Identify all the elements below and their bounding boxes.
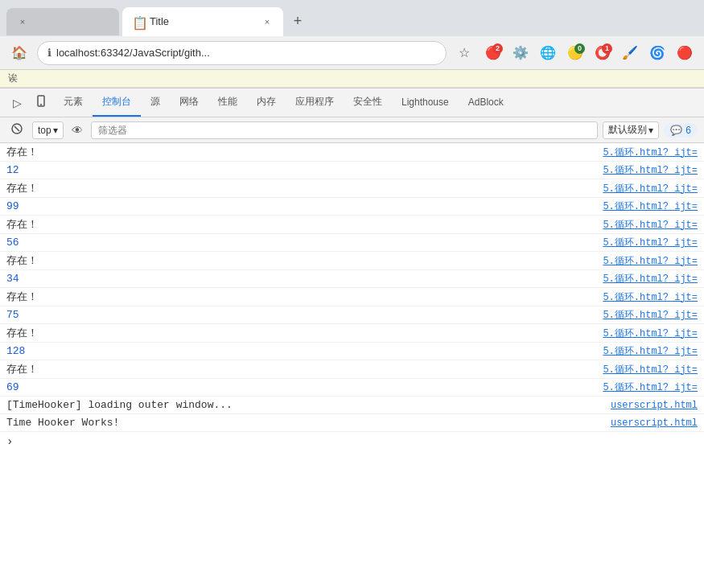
console-text: 75: [6, 309, 603, 321]
extension1-icon[interactable]: 🔴 2: [482, 42, 504, 64]
tab-close-active[interactable]: ×: [261, 15, 274, 28]
console-source[interactable]: userscript.html: [611, 417, 698, 429]
console-source[interactable]: 5.循环.html?_ijt=: [603, 254, 698, 268]
tab-security[interactable]: 安全性: [344, 88, 392, 117]
console-text: 存在！: [6, 181, 603, 195]
tab-memory[interactable]: 内存: [247, 88, 286, 117]
tab-bar: × 📋 Title × +: [0, 0, 704, 36]
address-text: localhost:63342/JavaScript/gith...: [56, 47, 210, 59]
bookmark-icon[interactable]: ☆: [453, 42, 476, 64]
extension1-badge: 2: [492, 43, 503, 54]
console-text: [TimeHooker] loading outer window...: [6, 399, 611, 411]
navigation-bar: 🏠 ℹ localhost:63342/JavaScript/gith... ☆…: [0, 36, 704, 70]
extension7-icon[interactable]: 🌀: [646, 42, 669, 64]
console-text: 存在！: [6, 253, 603, 268]
tab-network[interactable]: 网络: [170, 88, 208, 117]
console-row: 34 5.循环.html?_ijt=: [0, 270, 704, 288]
secure-icon: ℹ: [47, 47, 51, 59]
console-text: 存在！: [6, 290, 603, 304]
console-row: 存在！ 5.循环.html?_ijt=: [0, 179, 704, 198]
context-dropdown-icon: ▾: [53, 125, 58, 136]
context-label: top: [38, 125, 51, 136]
tab-adblock[interactable]: AdBlock: [459, 90, 513, 116]
console-source[interactable]: 5.循环.html?_ijt=: [603, 308, 698, 322]
extension4-icon[interactable]: 🟡 0: [564, 42, 587, 64]
console-row: 存在！ 5.循环.html?_ijt=: [0, 143, 704, 162]
console-source[interactable]: 5.循环.html?_ijt=: [603, 363, 698, 376]
level-selector[interactable]: 默认级别 ▾: [603, 121, 659, 139]
console-source[interactable]: 5.循环.html?_ijt=: [603, 344, 698, 358]
console-text: 12: [6, 164, 603, 176]
message-icon: 💬: [670, 125, 682, 136]
toolbar-icons: 🔴 2 ⚙️ 🌐 🟡 0 ⭕ 1 🖌️ 🌀: [482, 42, 696, 64]
console-text: 69: [6, 381, 603, 393]
home-icon[interactable]: 🏠: [8, 42, 31, 64]
console-output: 存在！ 5.循环.html?_ijt= 12 5.循环.html?_ijt= 存…: [0, 143, 704, 588]
console-prompt-line[interactable]: ›: [0, 432, 704, 451]
console-text: 128: [6, 345, 603, 357]
message-count-badge[interactable]: 💬 6: [664, 123, 698, 138]
tab-active[interactable]: 📋 Title ×: [122, 7, 283, 36]
tab-inspect-mode[interactable]: ▷: [6, 90, 28, 116]
filter-input[interactable]: [91, 121, 599, 139]
tab-favicon: 📋: [132, 15, 145, 28]
console-source[interactable]: 5.循环.html?_ijt=: [603, 290, 698, 304]
tab-console[interactable]: 控制台: [93, 88, 141, 117]
level-label: 默认级别: [608, 123, 647, 137]
console-source[interactable]: userscript.html: [611, 400, 698, 411]
new-tab-button[interactable]: +: [286, 10, 309, 33]
console-toolbar: top ▾ 👁 默认级别 ▾ 💬 6: [0, 117, 704, 143]
console-source[interactable]: 5.循环.html?_ijt=: [603, 380, 698, 394]
console-source[interactable]: 5.循环.html?_ijt=: [603, 199, 698, 213]
console-row: 存在！ 5.循环.html?_ijt=: [0, 216, 704, 234]
console-source[interactable]: 5.循环.html?_ijt=: [603, 182, 698, 195]
console-text: 存在！: [6, 326, 603, 340]
extension3-icon[interactable]: 🌐: [537, 42, 559, 64]
console-source[interactable]: 5.循环.html?_ijt=: [603, 272, 698, 286]
console-text: 56: [6, 236, 603, 249]
tab-sources[interactable]: 源: [141, 88, 170, 117]
console-text: Time Hooker Works!: [6, 417, 611, 429]
tab-inactive[interactable]: ×: [6, 8, 119, 35]
console-text: 存在！: [6, 362, 603, 376]
console-row: 12 5.循环.html?_ijt=: [0, 162, 704, 179]
console-text: 34: [6, 273, 603, 285]
tab-application[interactable]: 应用程序: [286, 88, 344, 117]
console-row: 存在！ 5.循环.html?_ijt=: [0, 252, 704, 270]
console-source[interactable]: 5.循环.html?_ijt=: [603, 146, 698, 159]
tab-device-mode[interactable]: [28, 88, 54, 117]
console-source[interactable]: 5.循环.html?_ijt=: [603, 163, 698, 177]
extension2-icon[interactable]: ⚙️: [509, 42, 532, 64]
page-hint-bar: 诶: [0, 70, 704, 88]
level-dropdown-icon: ▾: [648, 125, 653, 136]
console-row: 存在！ 5.循环.html?_ijt=: [0, 360, 704, 379]
extension6-icon[interactable]: 🖌️: [619, 42, 641, 64]
console-text: 99: [6, 200, 603, 212]
tab-lighthouse[interactable]: Lighthouse: [392, 90, 459, 116]
browser-chrome: × 📋 Title × + 🏠 ℹ localhost:63342/JavaSc…: [0, 0, 704, 70]
eye-toggle[interactable]: 👁: [68, 122, 86, 138]
console-source[interactable]: 5.循环.html?_ijt=: [603, 327, 698, 340]
console-row: 99 5.循环.html?_ijt=: [0, 198, 704, 216]
tab-performance[interactable]: 性能: [208, 88, 247, 117]
console-source[interactable]: 5.循环.html?_ijt=: [603, 218, 698, 232]
extension4-badge: 0: [574, 43, 585, 54]
console-row: 75 5.循环.html?_ijt=: [0, 306, 704, 324]
extension5-badge: 1: [602, 43, 612, 54]
context-selector[interactable]: top ▾: [32, 121, 64, 139]
clear-console-button[interactable]: [6, 121, 27, 139]
console-text: 存在！: [6, 217, 603, 232]
console-text: 存在！: [6, 145, 603, 159]
tab-title: Title: [150, 15, 256, 27]
console-row: [TimeHooker] loading outer window... use…: [0, 397, 704, 414]
message-count-value: 6: [685, 125, 691, 136]
svg-line-3: [14, 126, 19, 131]
extension8-icon[interactable]: 🔴: [673, 42, 696, 64]
console-source[interactable]: 5.循环.html?_ijt=: [603, 236, 698, 249]
console-row: 69 5.循环.html?_ijt=: [0, 379, 704, 397]
extension5-icon[interactable]: ⭕ 1: [591, 42, 614, 64]
tab-close-inactive[interactable]: ×: [16, 15, 29, 28]
console-row: 存在！ 5.循环.html?_ijt=: [0, 288, 704, 306]
tab-elements[interactable]: 元素: [54, 88, 93, 117]
address-bar[interactable]: ℹ localhost:63342/JavaScript/gith...: [37, 41, 447, 65]
